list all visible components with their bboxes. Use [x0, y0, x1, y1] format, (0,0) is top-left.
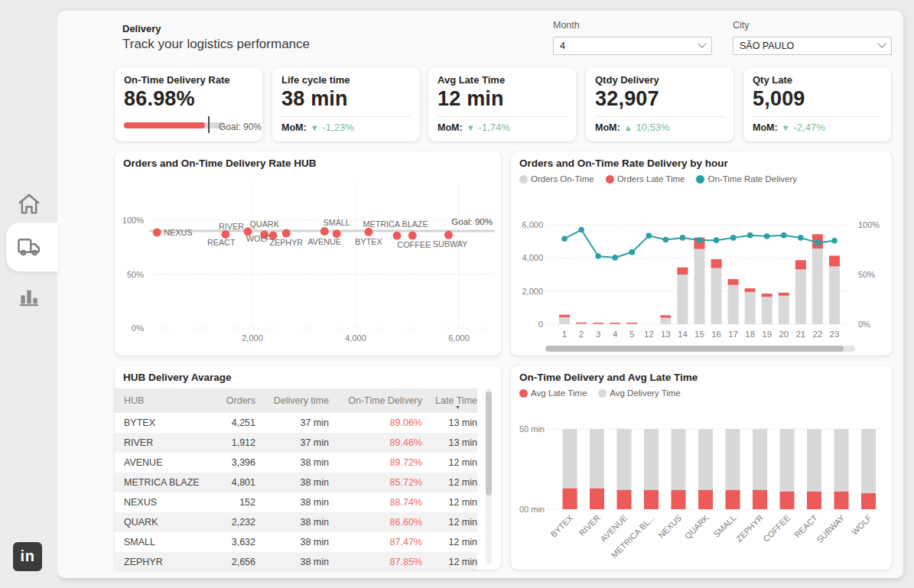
hub-scatter-point[interactable]	[282, 229, 291, 238]
sidebar-item-delivery[interactable]	[0, 223, 57, 271]
city-dropdown[interactable]: SÃO PAULO	[733, 37, 892, 55]
legend-item[interactable]: Avg Late Time	[519, 388, 587, 398]
on-time-rate-point[interactable]	[646, 233, 652, 239]
on-time-rate-point[interactable]	[561, 236, 568, 242]
column-header-orders[interactable]: Orders	[225, 396, 255, 406]
on-time-rate-point[interactable]	[612, 255, 618, 261]
orders-on-time-bar[interactable]	[745, 292, 756, 324]
orders-late-bar[interactable]	[576, 323, 587, 323]
orders-late-bar[interactable]	[745, 288, 756, 292]
avg-late-time-bar[interactable]	[780, 492, 795, 509]
on-time-rate-point[interactable]	[781, 232, 787, 239]
hub-scatter-point[interactable]	[333, 229, 341, 238]
sidebar-item-analytics[interactable]	[0, 274, 57, 321]
avg-delivery-time-bar[interactable]	[834, 429, 849, 492]
legend-item[interactable]: Orders On-Time	[519, 174, 594, 184]
orders-late-bar[interactable]	[795, 260, 806, 269]
orders-late-bar[interactable]	[779, 293, 789, 296]
on-time-rate-point[interactable]	[578, 227, 584, 233]
orders-on-time-bar[interactable]	[779, 296, 789, 324]
hub-scatter-point[interactable]	[364, 228, 372, 236]
on-time-rate-point[interactable]	[831, 238, 838, 244]
orders-on-time-bar[interactable]	[559, 317, 570, 324]
avg-late-time-bar[interactable]	[834, 492, 849, 509]
avg-late-time-bar[interactable]	[617, 490, 632, 509]
avg-late-time-bar[interactable]	[807, 492, 821, 509]
linkedin-icon[interactable]: in	[13, 542, 42, 571]
avg-late-time-bar[interactable]	[563, 489, 577, 509]
hub-scatter-point[interactable]	[221, 230, 229, 239]
orders-on-time-bar[interactable]	[711, 268, 722, 324]
avg-late-time-bar[interactable]	[672, 490, 686, 509]
orders-late-bar[interactable]	[728, 279, 739, 285]
table-scrollbar-thumb[interactable]	[486, 391, 492, 495]
month-dropdown[interactable]: 4	[553, 37, 712, 55]
avg-delivery-time-bar[interactable]	[563, 429, 577, 489]
table-row[interactable]: SMALL3,63238 min87.47%12 min	[115, 532, 477, 552]
avg-late-time-bar[interactable]	[698, 490, 713, 509]
avg-delivery-time-bar[interactable]	[753, 429, 767, 490]
avg-delivery-time-bar[interactable]	[590, 429, 604, 489]
on-time-rate-point[interactable]	[815, 240, 821, 246]
hub-scatter-point[interactable]	[444, 231, 453, 239]
on-time-rate-point[interactable]	[697, 237, 703, 243]
avg-late-time-bar[interactable]	[644, 490, 659, 509]
on-time-rate-point[interactable]	[595, 253, 601, 259]
avg-delivery-time-bar[interactable]	[861, 429, 876, 493]
orders-late-bar[interactable]	[711, 259, 722, 268]
avg-delivery-time-bar[interactable]	[672, 429, 686, 490]
table-row[interactable]: AVENUE3,39638 min89.72%12 min	[115, 453, 477, 473]
hub-scatter-point[interactable]	[153, 228, 161, 236]
table-row[interactable]: METRICA BLAZE4,80138 min85.72%12 min	[115, 473, 477, 492]
orders-on-time-bar[interactable]	[762, 297, 773, 324]
avg-delivery-time-bar[interactable]	[726, 429, 740, 490]
column-header-late-time[interactable]: Late Time	[422, 396, 477, 406]
orders-on-time-bar[interactable]	[660, 318, 671, 324]
orders-on-time-bar[interactable]	[829, 266, 840, 324]
table-row[interactable]: ZEPHYR2,65638 min87.85%12 min	[115, 552, 477, 570]
on-time-rate-point[interactable]	[764, 233, 770, 239]
orders-late-bar[interactable]	[593, 323, 603, 323]
column-header-on-time-delivery[interactable]: On-Time Delivery	[329, 396, 422, 406]
on-time-rate-point[interactable]	[747, 232, 753, 239]
hub-scatter-point[interactable]	[408, 232, 417, 240]
avg-late-time-bar[interactable]	[726, 490, 740, 509]
sidebar-item-home[interactable]	[0, 180, 57, 228]
table-row[interactable]: RIVER1,91237 min89.46%13 min	[115, 433, 477, 453]
avg-late-time-bar[interactable]	[861, 493, 876, 509]
on-time-rate-point[interactable]	[629, 249, 635, 255]
table-row[interactable]: BYTEX4,25137 min89.06%13 min	[115, 413, 477, 433]
on-time-rate-point[interactable]	[663, 237, 669, 243]
hub-scatter-point[interactable]	[393, 232, 402, 240]
avg-late-time-bar[interactable]	[590, 489, 604, 509]
orders-on-time-bar[interactable]	[795, 269, 806, 324]
orders-on-time-bar[interactable]	[694, 249, 704, 324]
table-row[interactable]: QUARK2,23238 min86.60%12 min	[115, 512, 477, 532]
hub-scatter-point[interactable]	[320, 227, 329, 236]
legend-item[interactable]: Orders Late Time	[606, 174, 685, 184]
avg-delivery-time-bar[interactable]	[617, 429, 632, 490]
orders-late-bar[interactable]	[660, 315, 671, 317]
column-header-hub[interactable]: HUB	[124, 396, 225, 406]
on-time-rate-point[interactable]	[714, 237, 720, 243]
on-time-rate-point[interactable]	[680, 235, 686, 241]
orders-late-bar[interactable]	[762, 294, 773, 297]
column-header-delivery-time[interactable]: Delivery time	[255, 396, 329, 406]
avg-delivery-time-bar[interactable]	[698, 429, 713, 490]
legend-item[interactable]: On-Time Rate Delivery	[696, 174, 797, 184]
orders-on-time-bar[interactable]	[677, 275, 688, 324]
avg-delivery-time-bar[interactable]	[780, 429, 795, 492]
orders-on-time-bar[interactable]	[812, 249, 823, 324]
orders-late-bar[interactable]	[829, 255, 840, 266]
legend-item[interactable]: Avg Delivery Time	[598, 388, 680, 398]
avg-delivery-time-bar[interactable]	[807, 429, 821, 492]
avg-delivery-time-bar[interactable]	[644, 429, 659, 490]
orders-on-time-bar[interactable]	[728, 285, 739, 324]
orders-late-bar[interactable]	[626, 323, 637, 323]
on-time-rate-point[interactable]	[730, 235, 737, 241]
orders-late-bar[interactable]	[559, 315, 570, 317]
orders-late-bar[interactable]	[677, 268, 688, 275]
scatter-plot[interactable]: 2,0004,0006,000100%50%0%Goal: 90%NEXUSRE…	[115, 151, 501, 356]
hscrollbar-thumb[interactable]	[545, 346, 844, 352]
orders-late-bar[interactable]	[610, 323, 620, 323]
